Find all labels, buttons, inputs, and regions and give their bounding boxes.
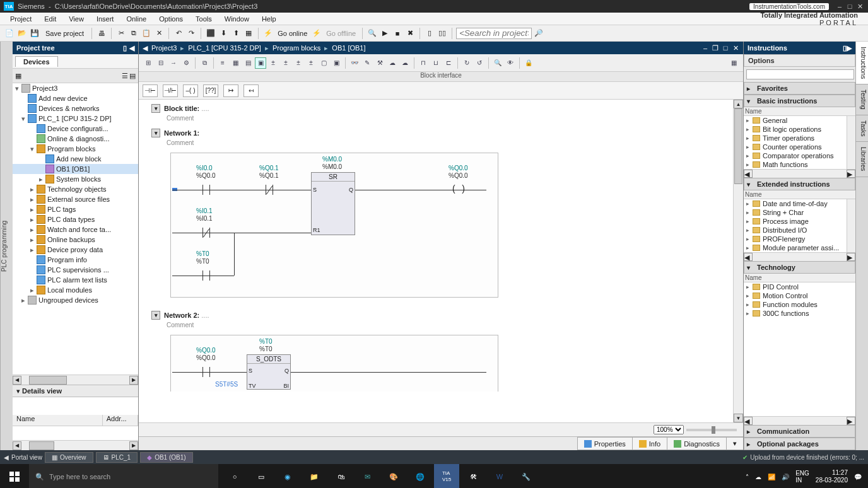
block-title-header[interactable]: ▾ Block title: .... [151, 102, 730, 115]
vtab-libraries[interactable]: Libraries [856, 142, 868, 177]
insert-network-icon[interactable]: ⊞ [143, 57, 154, 69]
portal-overview-tab[interactable]: ▦Overview [45, 452, 93, 463]
struct3-icon[interactable]: ⊏ [443, 57, 454, 69]
go-online-button[interactable]: Go online [278, 30, 307, 37]
vtab-tasks[interactable]: Tasks [856, 115, 868, 142]
menu-view[interactable]: View [62, 15, 90, 23]
block-comment[interactable]: Comment [151, 115, 730, 122]
details-col-name[interactable]: Name [13, 415, 103, 426]
split2-icon[interactable]: ▯▯ [437, 28, 448, 39]
crumb-nav-back[interactable]: ◀ [143, 44, 148, 52]
network2-header[interactable]: ▾Network 2: .... [151, 309, 730, 322]
contact-nc-2[interactable] [200, 228, 213, 238]
bottom-collapse[interactable]: ▾ [726, 437, 744, 450]
network1-ladder[interactable]: %I0.0 %Q0.0 %Q0.1 %Q0.1 %M0.0 %M0.0 %Q0.… [170, 153, 498, 298]
word-icon[interactable]: W [487, 464, 512, 488]
rp-collapse-icon[interactable]: ▶ [847, 44, 852, 52]
start-cpu-icon[interactable]: ▶ [379, 28, 390, 39]
open-project-icon[interactable]: 📂 [16, 28, 28, 39]
windows-search-input[interactable]: 🔍 Type here to search [29, 464, 218, 488]
coil-icon[interactable]: –( ) [183, 84, 198, 97]
struct-icon[interactable]: ⊓ [418, 57, 429, 69]
branch-close-icon[interactable]: ↤ [243, 84, 259, 97]
project-tree[interactable]: ▾Project3 Add new device Devices & netwo… [13, 83, 138, 375]
basic-hscroll[interactable]: ◀▶ [744, 169, 855, 178]
portal-view-icon[interactable]: ◀ [4, 454, 9, 461]
copy2-icon[interactable]: ⧉ [199, 57, 210, 69]
view3-icon[interactable]: ▣ [255, 57, 266, 69]
view1-icon[interactable]: ▦ [230, 57, 241, 69]
menu-edit[interactable]: Edit [38, 15, 62, 23]
cloud2-icon[interactable]: ☁ [399, 57, 411, 69]
paint3d-icon[interactable]: 🎨 [381, 464, 406, 488]
struct2-icon[interactable]: ⊔ [430, 57, 442, 69]
editor-vscroll[interactable]: ▲ ▼ [733, 100, 743, 422]
sodts-box[interactable]: S_ODTS S Q TV BI [247, 354, 291, 390]
tech-hscroll[interactable]: ◀▶ [744, 416, 855, 425]
collapse-left-icon[interactable]: ◀ [129, 44, 134, 52]
instruction-search-input[interactable] [746, 69, 854, 79]
find-icon[interactable]: 🔍 [492, 57, 503, 69]
vtab-testing[interactable]: Testing [856, 84, 868, 115]
contact-no-icon[interactable]: ⊣⊢ [143, 84, 158, 97]
menu-online[interactable]: Online [120, 15, 153, 23]
minimize-button[interactable]: – [835, 2, 844, 11]
go-offline-button[interactable]: Go offline [326, 30, 356, 37]
list-view-icon[interactable]: ☰ [122, 72, 128, 80]
go-offline-icon[interactable]: ⚡ [311, 28, 322, 39]
basic-vscroll[interactable] [847, 116, 855, 169]
cross-ref-icon[interactable]: ✖ [404, 28, 416, 39]
search-icon[interactable]: 🔎 [533, 28, 544, 39]
app3-icon[interactable]: 🔧 [513, 464, 539, 488]
output-coil[interactable] [452, 185, 465, 195]
menu-project[interactable]: Project [4, 15, 38, 23]
cortana-icon[interactable]: ○ [222, 464, 247, 488]
box2-icon[interactable]: ▣ [331, 57, 342, 69]
tray-notifications-icon[interactable]: 💬 [854, 473, 862, 480]
redo-icon[interactable]: ↷ [185, 28, 197, 39]
network1-comment[interactable]: Comment [151, 139, 730, 146]
menu-help[interactable]: Help [255, 15, 283, 23]
layout-icon[interactable]: ▦ [728, 57, 739, 69]
details-col-addr[interactable]: Addr... [103, 415, 138, 426]
rot2-icon[interactable]: ↺ [474, 57, 485, 69]
taskview-icon[interactable]: ▭ [249, 464, 274, 488]
split-icon[interactable]: ▯ [424, 28, 435, 39]
menu-tools[interactable]: Tools [189, 15, 218, 23]
goto-icon[interactable]: → [168, 57, 179, 69]
editor-maximize-icon[interactable]: □ [722, 44, 729, 52]
upload-icon[interactable]: ⬆ [230, 28, 242, 39]
cut-icon[interactable]: ✂ [115, 28, 127, 39]
vtab-instructions[interactable]: Instructions [856, 42, 868, 84]
copy-icon[interactable]: ⧉ [128, 28, 139, 39]
stop-cpu-icon[interactable]: ■ [392, 28, 403, 39]
accessible-devices-icon[interactable]: 🔍 [367, 28, 378, 39]
go-online-icon[interactable]: ⚡ [262, 28, 274, 39]
pin-icon[interactable]: ▯ [123, 44, 127, 52]
zoom-select[interactable]: 100% [654, 425, 684, 434]
simulate-icon[interactable]: ▦ [243, 28, 254, 39]
paste-icon[interactable]: 📋 [141, 28, 152, 39]
store-icon[interactable]: 🛍 [328, 464, 353, 488]
tray-up-icon[interactable]: ˄ [746, 473, 749, 480]
details-view-header[interactable]: ▾ Details view [13, 385, 138, 397]
cloud-icon[interactable]: ☁ [387, 57, 398, 69]
tray-cloud-icon[interactable]: ☁ [755, 473, 761, 480]
tray-lang[interactable]: ENGIN [795, 470, 809, 484]
box-icon[interactable]: [??] [203, 84, 218, 97]
plus3-icon[interactable]: ± [293, 57, 304, 69]
contact-no[interactable] [200, 185, 213, 195]
optional-panel[interactable]: ▸Optional packages [744, 438, 855, 450]
tia-icon[interactable]: TIAV15 [434, 464, 459, 488]
delete-icon[interactable]: ✕ [153, 28, 165, 39]
contact-no-2[interactable] [200, 270, 213, 281]
new-project-icon[interactable]: 📄 [4, 28, 15, 39]
basic-panel[interactable]: ▾Basic instructions [744, 95, 855, 107]
diagnostics-tab[interactable]: Diagnostics [667, 437, 727, 450]
undo-icon[interactable]: ↶ [173, 28, 184, 39]
menu-options[interactable]: Options [153, 15, 189, 23]
tray-clock[interactable]: 11:2728-03-2020 [816, 469, 848, 484]
network1-header[interactable]: ▾Network 1: [151, 127, 730, 139]
zoom-slider[interactable] [686, 429, 737, 431]
ext-vscroll[interactable] [847, 199, 855, 252]
